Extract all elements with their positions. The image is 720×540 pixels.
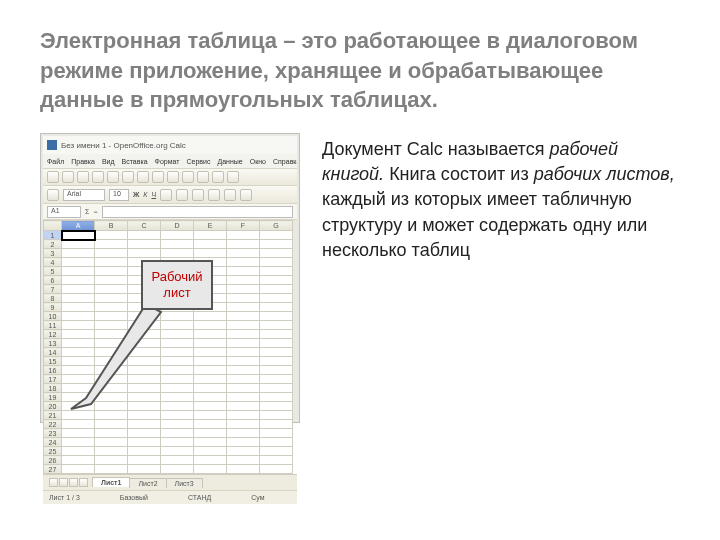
- cell[interactable]: [260, 267, 293, 276]
- tb-save-icon[interactable]: [77, 171, 89, 183]
- cell[interactable]: [95, 402, 128, 411]
- cell[interactable]: [260, 402, 293, 411]
- tabnav-first-icon[interactable]: [49, 478, 58, 487]
- cell[interactable]: [161, 366, 194, 375]
- cell[interactable]: [194, 411, 227, 420]
- cell[interactable]: [62, 366, 95, 375]
- tb-open-icon[interactable]: [62, 171, 74, 183]
- cell[interactable]: [194, 240, 227, 249]
- cell[interactable]: [62, 411, 95, 420]
- cell[interactable]: [62, 429, 95, 438]
- col-header[interactable]: D: [161, 221, 194, 231]
- cell[interactable]: [95, 420, 128, 429]
- cell[interactable]: [62, 420, 95, 429]
- cell[interactable]: [227, 420, 260, 429]
- cell[interactable]: [95, 330, 128, 339]
- row-header[interactable]: 19: [44, 393, 62, 402]
- cell[interactable]: [260, 366, 293, 375]
- italic-btn[interactable]: К: [143, 191, 147, 198]
- cell[interactable]: [62, 456, 95, 465]
- cell[interactable]: [194, 465, 227, 474]
- cell[interactable]: [194, 330, 227, 339]
- cell[interactable]: [260, 249, 293, 258]
- cell[interactable]: [95, 375, 128, 384]
- cell[interactable]: [227, 267, 260, 276]
- cell[interactable]: [227, 249, 260, 258]
- cell[interactable]: [62, 231, 95, 240]
- row-header[interactable]: 3: [44, 249, 62, 258]
- cell[interactable]: [95, 294, 128, 303]
- cell[interactable]: [260, 285, 293, 294]
- tb-misc4-icon[interactable]: [227, 171, 239, 183]
- cell[interactable]: [62, 402, 95, 411]
- menu-file[interactable]: Файл: [47, 158, 64, 165]
- cell[interactable]: [260, 447, 293, 456]
- cell[interactable]: [62, 249, 95, 258]
- fx-icon[interactable]: =: [93, 208, 98, 216]
- cell[interactable]: [194, 429, 227, 438]
- percent-icon[interactable]: [240, 189, 252, 201]
- cell[interactable]: [128, 429, 161, 438]
- cell[interactable]: [128, 420, 161, 429]
- cell[interactable]: [194, 438, 227, 447]
- row-header[interactable]: 20: [44, 402, 62, 411]
- cell[interactable]: [194, 375, 227, 384]
- cell[interactable]: [161, 402, 194, 411]
- merge-icon[interactable]: [208, 189, 220, 201]
- cell[interactable]: [62, 240, 95, 249]
- cell[interactable]: [128, 456, 161, 465]
- name-box[interactable]: A1: [47, 206, 81, 218]
- cell[interactable]: [260, 294, 293, 303]
- tb-copy-icon[interactable]: [122, 171, 134, 183]
- cell[interactable]: [194, 339, 227, 348]
- cell[interactable]: [128, 393, 161, 402]
- cell[interactable]: [260, 240, 293, 249]
- cell[interactable]: [161, 357, 194, 366]
- row-header[interactable]: 1: [44, 231, 62, 240]
- cell[interactable]: [227, 366, 260, 375]
- cell[interactable]: [260, 393, 293, 402]
- row-header[interactable]: 17: [44, 375, 62, 384]
- cell[interactable]: [260, 330, 293, 339]
- cell[interactable]: [95, 303, 128, 312]
- cell[interactable]: [260, 411, 293, 420]
- cell[interactable]: [194, 312, 227, 321]
- menu-format[interactable]: Формат: [155, 158, 180, 165]
- cell[interactable]: [260, 321, 293, 330]
- cell-grid[interactable]: ABCDEFG123456789101112131415161718192021…: [43, 220, 297, 474]
- tabnav-next-icon[interactable]: [69, 478, 78, 487]
- align-right-icon[interactable]: [192, 189, 204, 201]
- cell[interactable]: [62, 294, 95, 303]
- cell[interactable]: [227, 321, 260, 330]
- cell[interactable]: [194, 231, 227, 240]
- menu-edit[interactable]: Правка: [71, 158, 95, 165]
- cell[interactable]: [227, 285, 260, 294]
- cell[interactable]: [128, 330, 161, 339]
- cell[interactable]: [62, 438, 95, 447]
- cell[interactable]: [161, 339, 194, 348]
- tb-cut-icon[interactable]: [107, 171, 119, 183]
- cell[interactable]: [95, 267, 128, 276]
- cell[interactable]: [128, 366, 161, 375]
- cell[interactable]: [128, 339, 161, 348]
- row-header[interactable]: 22: [44, 420, 62, 429]
- tb-redo-icon[interactable]: [167, 171, 179, 183]
- sheet-tab-3[interactable]: Лист3: [166, 478, 203, 488]
- cell[interactable]: [161, 429, 194, 438]
- row-header[interactable]: 23: [44, 429, 62, 438]
- cell[interactable]: [62, 303, 95, 312]
- cell[interactable]: [95, 357, 128, 366]
- cell[interactable]: [95, 321, 128, 330]
- tb-undo-icon[interactable]: [152, 171, 164, 183]
- cell[interactable]: [227, 276, 260, 285]
- cell[interactable]: [161, 321, 194, 330]
- cell[interactable]: [62, 393, 95, 402]
- cell[interactable]: [227, 312, 260, 321]
- tb-misc-icon[interactable]: [182, 171, 194, 183]
- cell[interactable]: [260, 258, 293, 267]
- cell[interactable]: [161, 411, 194, 420]
- cell[interactable]: [227, 330, 260, 339]
- row-header[interactable]: 25: [44, 447, 62, 456]
- cell[interactable]: [128, 384, 161, 393]
- cell[interactable]: [128, 447, 161, 456]
